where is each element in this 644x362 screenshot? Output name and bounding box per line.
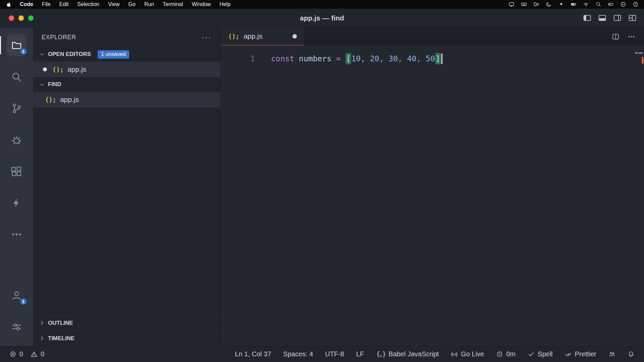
status-prettier[interactable]: Prettier: [565, 350, 596, 358]
stage-manager-icon[interactable]: [533, 1, 539, 7]
siri-icon[interactable]: [620, 1, 626, 7]
activity-manage[interactable]: [0, 311, 33, 343]
status-spell-checker[interactable]: Spell: [528, 350, 552, 358]
display-icon[interactable]: [508, 1, 515, 7]
status-cursor-position[interactable]: Ln 1, Col 37: [235, 350, 271, 358]
chevron-down-icon: [39, 81, 45, 88]
activity-more[interactable]: [0, 219, 33, 250]
status-text: 0: [19, 350, 23, 358]
file-item[interactable]: ();app.js: [33, 92, 220, 107]
check-icon: [528, 351, 535, 358]
braces-icon: {×}: [376, 350, 385, 358]
battery-icon[interactable]: [571, 1, 577, 7]
modified-dot: [292, 34, 297, 39]
wifi-icon[interactable]: [583, 1, 589, 7]
zoom-window-button[interactable]: [28, 15, 34, 21]
editor-toolbar: [612, 27, 644, 46]
outline-section-header[interactable]: OUTLINE: [33, 315, 220, 330]
activity-explorer[interactable]: 1: [0, 29, 33, 61]
status-text: 0m: [506, 350, 516, 358]
code-editor[interactable]: 1 const numbers = [10, 20, 30, 40, 50]: [221, 46, 644, 346]
status-text: UTF-8: [325, 350, 344, 358]
control-center-icon[interactable]: [608, 1, 614, 7]
status-problems-warnings[interactable]: 0: [31, 350, 44, 358]
code-token: ,: [416, 54, 426, 63]
status-accounts-status[interactable]: [608, 351, 615, 358]
close-window-button[interactable]: [9, 15, 14, 21]
tab-app-js[interactable]: (); app.js: [221, 27, 305, 46]
layout-grid-icon[interactable]: [628, 14, 637, 22]
status-problems-errors[interactable]: 0: [9, 350, 23, 358]
open-editors-list: ();app.js: [33, 62, 220, 77]
menu-edit[interactable]: Edit: [59, 1, 69, 7]
status-language-mode[interactable]: {×}Babel JavaScript: [376, 350, 439, 358]
activity-bar: 11: [0, 27, 33, 346]
code-token: 30: [388, 54, 398, 63]
menu-items: CodeFileEditSelectionViewGoRunTerminalWi…: [20, 1, 231, 7]
javascript-icon: ();: [228, 32, 239, 40]
layout-controls: [583, 9, 637, 27]
activity-source-control[interactable]: [0, 93, 33, 124]
activity-search[interactable]: [0, 61, 33, 93]
editor-area: (); app.js 1 const numbers = [10, 20, 30…: [221, 27, 644, 346]
clock-icon[interactable]: [633, 1, 639, 7]
sidebar-more-actions-button[interactable]: ···: [202, 36, 212, 39]
activity-thunder-client[interactable]: [0, 187, 33, 219]
open-editors-section-header[interactable]: OPEN EDITORS 1 unsaved: [33, 47, 220, 62]
menu-terminal[interactable]: Terminal: [163, 1, 183, 7]
double-check-icon: [565, 351, 572, 358]
minimap[interactable]: [634, 46, 644, 346]
bell-icon: [628, 351, 635, 358]
menu-code[interactable]: Code: [20, 1, 33, 7]
layout-panel-icon[interactable]: [598, 14, 606, 22]
folder-section-header[interactable]: FIND: [33, 77, 220, 92]
status-eol-sequence[interactable]: LF: [356, 350, 364, 358]
status-go-live[interactable]: Go Live: [451, 350, 484, 358]
activity-extensions[interactable]: [0, 156, 33, 187]
sidebar-header: EXPLORER ···: [33, 27, 220, 47]
menu-run[interactable]: Run: [144, 1, 154, 7]
open-editor-item[interactable]: ();app.js: [33, 62, 220, 77]
menu-window[interactable]: Window: [192, 1, 211, 7]
activity-accounts[interactable]: 1: [0, 280, 33, 311]
menu-go[interactable]: Go: [128, 1, 136, 7]
broadcast-icon: [451, 351, 458, 358]
apple-menu-icon[interactable]: [6, 2, 12, 7]
folder-label: FIND: [48, 81, 61, 88]
spotlight-icon[interactable]: [595, 1, 601, 7]
moon-icon[interactable]: [546, 1, 552, 7]
code-token: ,: [398, 54, 407, 63]
activity-run-debug[interactable]: [0, 124, 33, 156]
window-title-bar[interactable]: app.js — find: [0, 9, 644, 27]
error-icon: [9, 351, 16, 358]
editor-more-actions-button[interactable]: [628, 33, 635, 41]
line-number: 1: [221, 54, 255, 63]
status-text: 0: [41, 350, 44, 358]
sparkle-icon[interactable]: [558, 1, 564, 7]
matched-bracket-token: ]: [435, 53, 441, 64]
keyboard-icon[interactable]: [521, 1, 527, 7]
menu-help[interactable]: Help: [220, 1, 231, 7]
menu-view[interactable]: View: [108, 1, 119, 7]
minimize-window-button[interactable]: [18, 15, 24, 21]
unsaved-count-badge: 1 unsaved: [98, 50, 129, 59]
javascript-icon: ();: [45, 96, 56, 104]
status-time-tracker[interactable]: 0m: [496, 350, 516, 358]
code-token: 20: [370, 54, 379, 63]
code-token: [294, 54, 299, 63]
split-editor-button[interactable]: [612, 33, 620, 41]
timeline-label: TIMELINE: [48, 335, 74, 342]
layout-sidebar-right-icon[interactable]: [613, 14, 622, 22]
layout-sidebar-left-icon[interactable]: [583, 14, 591, 22]
open-editors-label: OPEN EDITORS: [48, 51, 91, 58]
status-notifications[interactable]: [628, 351, 635, 358]
code-token: 50: [426, 54, 435, 63]
menu-status-icons: [508, 1, 639, 7]
menu-file[interactable]: File: [42, 1, 51, 7]
folder-file-list: ();app.js: [33, 92, 220, 107]
code-row: 1 const numbers = [10, 20, 30, 40, 50]: [221, 51, 644, 66]
menu-selection[interactable]: Selection: [77, 1, 99, 7]
timeline-section-header[interactable]: TIMELINE: [33, 330, 220, 346]
status-encoding[interactable]: UTF-8: [325, 350, 344, 358]
status-indentation[interactable]: Spaces: 4: [283, 350, 313, 358]
